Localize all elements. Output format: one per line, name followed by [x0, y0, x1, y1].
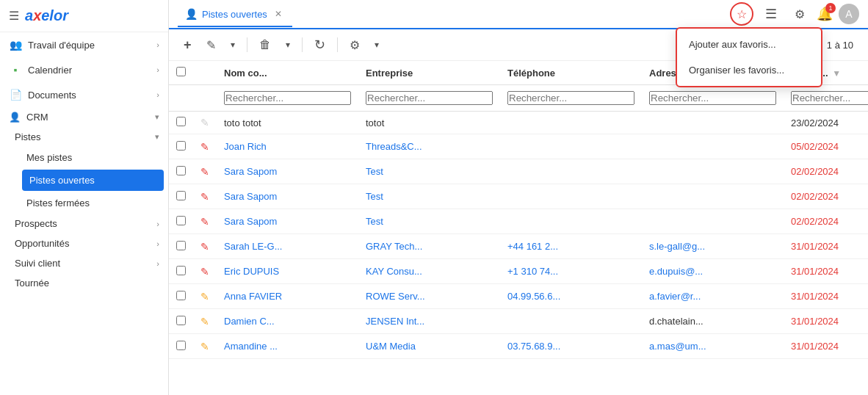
col-nom[interactable]: Nom co...	[217, 61, 358, 85]
row-nom[interactable]: Amandine ...	[217, 334, 358, 359]
row-entreprise[interactable]: U&M Media	[358, 334, 500, 359]
edit-icon[interactable]: ✎	[200, 141, 209, 153]
sidebar-item-suivi-client[interactable]: Suivi client ›	[0, 253, 168, 273]
gear-settings-button[interactable]: ⚙	[344, 35, 366, 55]
sidebar-item-pistes[interactable]: Pistes ▾	[0, 127, 168, 147]
filter-adresse-input[interactable]	[649, 91, 776, 105]
gear-dropdown-button[interactable]: ▾	[369, 37, 385, 53]
add-button[interactable]: +	[178, 35, 198, 56]
row-entreprise[interactable]: ROWE Serv...	[358, 284, 500, 309]
row-edit-cell: ✎	[193, 284, 217, 309]
refresh-button[interactable]: ↻	[308, 34, 331, 56]
tab-pistes-ouvertes[interactable]: 👤 Pistes ouvertes ✕	[178, 2, 292, 27]
sidebar-label-opportunites: Opportunités	[15, 238, 69, 249]
table-row: ✎Joan RichThreads&C...05/02/2024AdminÀ t…	[169, 134, 868, 159]
row-nom[interactable]: Joan Rich	[217, 134, 358, 159]
row-checkbox[interactable]	[176, 316, 186, 325]
row-checkbox[interactable]	[176, 117, 186, 126]
table-row: ✎toto totottotot23/02/2024AdminÀ traiter	[169, 112, 868, 134]
row-telephone[interactable]: 03.75.68.9...	[500, 334, 642, 359]
row-entreprise[interactable]: GRAY Tech...	[358, 234, 500, 259]
filter-nom[interactable]	[217, 85, 358, 112]
edit-dropdown-button[interactable]: ▾	[225, 37, 241, 53]
filter-nom-input[interactable]	[224, 91, 351, 105]
edit-icon[interactable]: ✎	[200, 316, 209, 327]
sidebar-item-documents[interactable]: 📄 Documents ›	[0, 82, 168, 107]
sidebar-item-crm[interactable]: 👤 CRM ▾	[0, 107, 168, 127]
col-entreprise[interactable]: Entreprise	[358, 61, 500, 85]
ajouter-favoris-item[interactable]: Ajouter aux favoris...	[677, 32, 821, 57]
edit-icon[interactable]: ✎	[200, 216, 209, 228]
row-adresse: s.le-gall@g...	[642, 234, 784, 259]
row-telephone[interactable]: 04.99.56.6...	[500, 284, 642, 309]
row-entreprise[interactable]: Test	[358, 209, 500, 234]
row-nom[interactable]: Anna FAVIER	[217, 284, 358, 309]
settings-view-button[interactable]: ⚙	[789, 4, 811, 24]
edit-icon[interactable]: ✎	[200, 291, 209, 302]
edit-icon[interactable]: ✎	[200, 266, 209, 278]
row-nom[interactable]: Sarah LE-G...	[217, 234, 358, 259]
row-nom[interactable]: Damien C...	[217, 309, 358, 334]
edit-icon[interactable]: ✎	[200, 241, 209, 253]
row-telephone[interactable]: +44 161 2...	[500, 234, 642, 259]
organiser-favoris-item[interactable]: Organiser les favoris...	[677, 57, 821, 83]
delete-button[interactable]: 🗑	[253, 35, 277, 54]
sidebar-item-prospects[interactable]: Prospects ›	[0, 214, 168, 233]
sidebar-item-opportunites[interactable]: Opportunités ›	[0, 233, 168, 253]
filter-entreprise[interactable]	[358, 85, 500, 112]
notification-button[interactable]: 🔔 1	[817, 6, 833, 22]
edit-icon[interactable]: ✎	[200, 166, 209, 178]
row-checkbox[interactable]	[176, 291, 186, 300]
row-entreprise[interactable]: Threads&C...	[358, 134, 500, 159]
row-checkbox[interactable]	[176, 241, 186, 250]
edit-icon[interactable]: ✎	[200, 191, 209, 203]
filter-date[interactable]	[784, 85, 868, 112]
menu-toggle-icon[interactable]: ☰	[9, 9, 19, 23]
row-nom[interactable]: Sara Sapom	[217, 159, 358, 184]
row-edit-cell: ✎	[193, 184, 217, 209]
delete-dropdown-button[interactable]: ▾	[280, 37, 296, 53]
edit-icon[interactable]: ✎	[200, 117, 209, 128]
sidebar-item-calendrier[interactable]: ▪ Calendrier ›	[0, 57, 168, 82]
filter-adresse[interactable]	[642, 85, 784, 112]
row-checkbox[interactable]	[176, 166, 186, 175]
filter-date-input[interactable]	[791, 91, 868, 105]
tab-close-icon[interactable]: ✕	[275, 9, 282, 19]
sidebar-item-pistes-fermees[interactable]: Pistes fermées	[0, 192, 168, 214]
row-entreprise[interactable]: JENSEN Int...	[358, 309, 500, 334]
sidebar-item-mes-pistes[interactable]: Mes pistes	[0, 147, 168, 168]
sidebar-item-tournee[interactable]: Tournée	[0, 273, 168, 293]
row-nom[interactable]: Eric DUPUIS	[217, 259, 358, 284]
row-checkbox[interactable]	[176, 191, 186, 200]
col-telephone[interactable]: Téléphone	[500, 61, 642, 85]
user-avatar[interactable]: A	[839, 4, 859, 24]
row-date: 05/02/2024	[784, 134, 868, 159]
table-row: ✎Damien C...JENSEN Int...d.chatelain...3…	[169, 309, 868, 334]
filter-telephone-input[interactable]	[507, 91, 634, 105]
row-entreprise[interactable]: Test	[358, 184, 500, 209]
edit-icon[interactable]: ✎	[200, 341, 209, 352]
row-telephone[interactable]: +1 310 74...	[500, 259, 642, 284]
row-checkbox[interactable]	[176, 216, 186, 225]
filter-entreprise-input[interactable]	[366, 91, 493, 105]
row-nom[interactable]: Sara Sapom	[217, 184, 358, 209]
row-checkbox-cell	[169, 112, 193, 134]
filter-telephone[interactable]	[500, 85, 642, 112]
edit-button[interactable]: ✎	[200, 35, 222, 55]
row-checkbox[interactable]	[176, 341, 186, 350]
row-entreprise[interactable]: Test	[358, 159, 500, 184]
date-filter-icon[interactable]: ▼	[832, 68, 841, 79]
sidebar-item-travail-equipe[interactable]: 👥 Travail d'équipe ›	[0, 32, 168, 57]
select-all-header[interactable]	[169, 61, 193, 85]
crm-icon: 👤	[9, 112, 21, 123]
select-all-checkbox[interactable]	[176, 67, 186, 76]
sidebar-label-pistes: Pistes	[15, 131, 40, 142]
sidebar-item-pistes-ouvertes[interactable]: Pistes ouvertes	[22, 170, 164, 191]
row-checkbox[interactable]	[176, 266, 186, 275]
list-view-button[interactable]: ☰	[759, 3, 783, 25]
row-entreprise[interactable]: KAY Consu...	[358, 259, 500, 284]
table-row: ✎Anna FAVIERROWE Serv...04.99.56.6...a.f…	[169, 284, 868, 309]
row-checkbox[interactable]	[176, 141, 186, 151]
favorites-button[interactable]: ☆	[730, 2, 753, 26]
row-nom[interactable]: Sara Sapom	[217, 209, 358, 234]
